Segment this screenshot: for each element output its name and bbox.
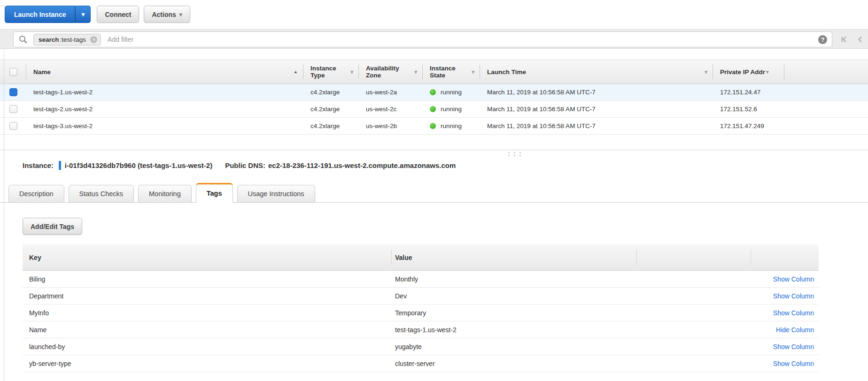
instance-row[interactable]: test-tags-3.us-west-2 c4.2xlarge us-west… xyxy=(0,118,868,135)
cell-launch-time: March 11, 2019 at 10:56:58 AM UTC-7 xyxy=(480,84,713,100)
cell-launch-time: March 11, 2019 at 10:56:58 AM UTC-7 xyxy=(480,118,713,134)
column-header-availability-zone[interactable]: Availability Zone ▾ xyxy=(359,60,423,84)
cell-filler xyxy=(784,84,868,100)
column-toggle-link[interactable]: Show Column xyxy=(773,292,814,300)
tag-row: Name test-tags-1.us-west-2 Hide Column xyxy=(23,321,819,338)
tag-row: Department Dev Show Column xyxy=(23,288,819,305)
instance-row[interactable]: test-tags-1.us-west-2 c4.2xlarge us-west… xyxy=(0,84,868,101)
tags-key-header: Key xyxy=(23,254,391,261)
actions-button[interactable]: Actions▾ xyxy=(144,6,190,23)
ec2-console: Launch Instance ▾ Connect Actions▾ searc… xyxy=(0,0,868,381)
tab[interactable]: Usage Instructions xyxy=(237,185,315,203)
remove-filter-icon[interactable]: × xyxy=(90,36,97,43)
launch-instance-dropdown-button[interactable]: ▾ xyxy=(75,6,91,23)
tags-table-header: Key Value xyxy=(23,244,819,271)
filter-key: search xyxy=(39,36,59,43)
header-filler xyxy=(784,60,868,84)
tag-value: yugabyte xyxy=(391,343,636,351)
tag-value: test-tags-1.us-west-2 xyxy=(391,326,636,334)
tab[interactable]: Description xyxy=(8,185,64,203)
tab-label: Monitoring xyxy=(149,190,181,198)
column-label: Instance Type xyxy=(310,65,350,79)
launch-instance-split-button: Launch Instance ▾ xyxy=(5,6,91,23)
cell-instance-type: c4.2xlarge xyxy=(303,84,359,100)
row-checkbox[interactable] xyxy=(9,88,17,96)
tag-key: launched-by xyxy=(23,343,391,351)
detail-tabs: Description Status Checks Monitoring Tag… xyxy=(0,182,868,203)
tag-value: cluster-server xyxy=(391,360,636,367)
column-header-launch-time[interactable]: Launch Time ▾ xyxy=(480,60,713,84)
tag-key: yb-server-type xyxy=(23,360,391,367)
filter-caret-icon[interactable]: ▾ xyxy=(472,69,474,75)
tab[interactable]: Monitoring xyxy=(138,185,192,203)
tag-value: Dev xyxy=(391,292,636,300)
add-edit-tags-button[interactable]: Add/Edit Tags xyxy=(23,218,82,235)
connect-button[interactable]: Connect xyxy=(97,6,139,23)
filter-caret-icon[interactable]: ▾ xyxy=(414,69,417,75)
column-header-instance-type[interactable]: Instance Type ▾ xyxy=(303,60,359,84)
cell-name: test-tags-2.us-west-2 xyxy=(26,101,303,117)
column-header-private-ip[interactable]: Private IP Addr ▾ xyxy=(713,60,784,84)
cell-instance-type: c4.2xlarge xyxy=(303,101,359,117)
state-label: running xyxy=(441,122,462,130)
filter-caret-icon[interactable]: ▾ xyxy=(766,69,769,75)
row-checkbox[interactable] xyxy=(9,122,17,130)
cell-availability-zone: us-west-2b xyxy=(359,118,423,134)
instances-table-header: Name ▲ Instance Type ▾ Availability Zone… xyxy=(0,60,868,84)
first-page-icon[interactable] xyxy=(840,36,848,43)
tag-key: MyInfo xyxy=(23,309,391,317)
cell-private-ip: 172.151.47.249 xyxy=(713,118,784,134)
tab-label: Tags xyxy=(207,190,222,197)
tab-label: Usage Instructions xyxy=(248,190,304,198)
cell-instance-type: c4.2xlarge xyxy=(303,118,359,134)
search-filter-pill[interactable]: search : test-tags × xyxy=(33,34,101,46)
column-toggle-link[interactable]: Show Column xyxy=(773,309,814,317)
cell-name: test-tags-3.us-west-2 xyxy=(26,118,303,134)
column-label: Instance State xyxy=(430,65,472,79)
tags-value-header: Value xyxy=(391,254,636,261)
column-toggle-link[interactable]: Show Column xyxy=(773,275,814,283)
panel-edge-fragment xyxy=(0,6,4,6)
search-icon xyxy=(18,35,28,44)
column-label: Private IP Addr xyxy=(720,69,765,76)
cell-instance-state: running xyxy=(423,118,480,134)
row-checkbox[interactable] xyxy=(9,105,17,113)
tab[interactable]: Status Checks xyxy=(69,185,134,203)
toolbar: Launch Instance ▾ Connect Actions▾ xyxy=(0,0,868,23)
public-dns-value: ec2-18-236-112-191.us-west-2.compute.ama… xyxy=(268,161,456,169)
search-filter-input[interactable]: search : test-tags × Add filter ? xyxy=(13,31,832,47)
instance-id: i-01f3d41326db7b960 (test-tags-1.us-west… xyxy=(65,161,212,169)
tag-key: Name xyxy=(23,326,391,334)
filter-caret-icon[interactable]: ▾ xyxy=(350,69,353,75)
column-toggle-link[interactable]: Show Column xyxy=(773,360,814,367)
cell-availability-zone: us-west-2a xyxy=(359,84,423,100)
column-label: Availability Zone xyxy=(366,65,414,79)
select-all-checkbox[interactable] xyxy=(9,68,17,76)
launch-instance-button[interactable]: Launch Instance xyxy=(5,6,75,23)
selection-bar-icon xyxy=(59,161,61,170)
instance-row[interactable]: test-tags-2.us-west-2 c4.2xlarge us-west… xyxy=(0,101,868,118)
caret-down-icon: ▾ xyxy=(179,12,182,17)
tab[interactable]: Tags xyxy=(196,183,233,203)
filter-caret-icon[interactable]: ▾ xyxy=(705,69,707,75)
column-label: Name xyxy=(33,69,51,76)
status-running-icon xyxy=(430,89,436,95)
help-icon[interactable]: ? xyxy=(818,35,827,44)
column-toggle-link[interactable]: Hide Column xyxy=(776,326,814,334)
cell-filler xyxy=(784,118,868,134)
cell-instance-state: running xyxy=(423,101,480,117)
resize-handle-icon[interactable] xyxy=(508,152,521,156)
instance-label: Instance: xyxy=(23,161,54,169)
column-header-name[interactable]: Name ▲ xyxy=(26,60,303,84)
column-header-instance-state[interactable]: Instance State ▾ xyxy=(423,60,480,84)
cell-availability-zone: us-west-2c xyxy=(359,101,423,117)
status-running-icon xyxy=(430,123,436,129)
cell-instance-state: running xyxy=(423,84,480,100)
cell-private-ip: 172.151.52.6 xyxy=(713,101,784,117)
tag-row: MyInfo Temporary Show Column xyxy=(23,305,819,321)
cell-filler xyxy=(784,101,868,117)
pane-divider xyxy=(0,150,868,150)
state-label: running xyxy=(441,106,462,113)
column-toggle-link[interactable]: Show Column xyxy=(773,343,814,351)
prev-page-icon[interactable] xyxy=(856,36,864,43)
